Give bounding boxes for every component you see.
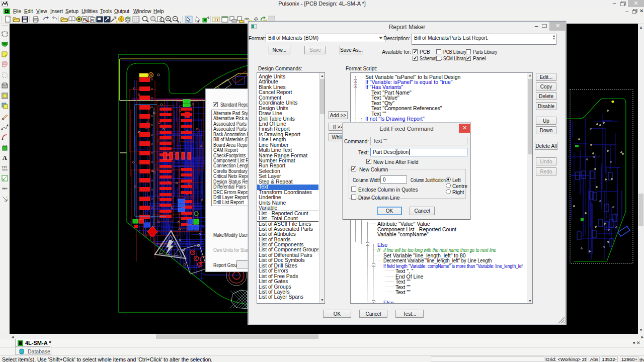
svg-text:R: R — [83, 17, 87, 22]
svg-text:TPI: TPI — [2, 165, 7, 169]
svg-text:T: T — [216, 18, 219, 22]
svg-text:A: A — [3, 154, 7, 161]
svg-text:R: R — [91, 18, 94, 23]
svg-text:rtn: rtn — [245, 17, 249, 21]
